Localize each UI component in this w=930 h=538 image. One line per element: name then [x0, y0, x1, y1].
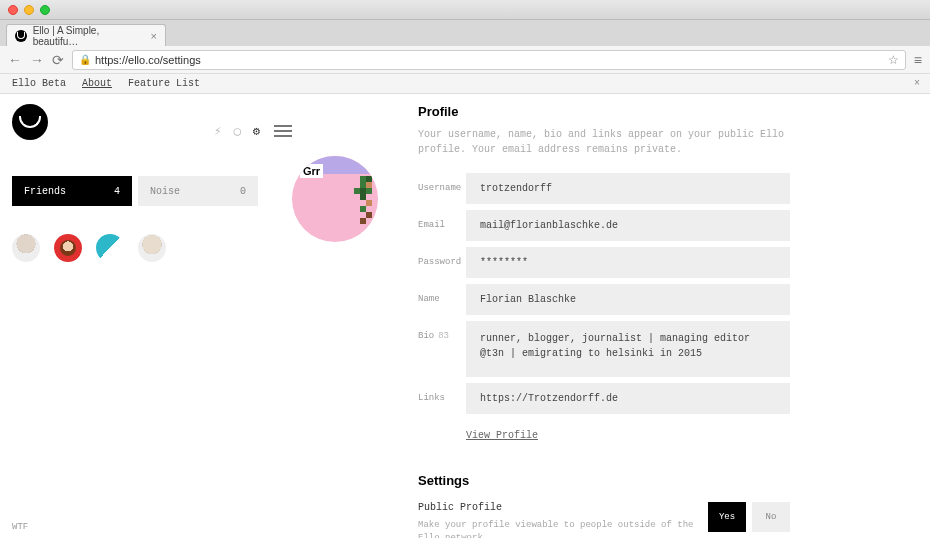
- submenu-ello-beta[interactable]: Ello Beta: [12, 78, 66, 89]
- toggle-public-profile: Yes No: [708, 502, 790, 532]
- label-name: Name: [418, 284, 466, 315]
- input-bio[interactable]: runner, blogger, journalist | managing e…: [466, 321, 790, 377]
- input-username[interactable]: trotzendorff: [466, 173, 790, 204]
- zoom-window-icon[interactable]: [40, 5, 50, 15]
- input-email[interactable]: mail@florianblaschke.de: [466, 210, 790, 241]
- field-bio: Bio83 runner, blogger, journalist | mana…: [418, 321, 790, 377]
- field-password: Password ********: [418, 247, 790, 278]
- avatar[interactable]: [54, 234, 82, 262]
- label-password: Password: [418, 247, 466, 278]
- setting-name: Public Profile: [418, 502, 708, 513]
- input-links[interactable]: https://Trotzendorff.de: [466, 383, 790, 414]
- label-email: Email: [418, 210, 466, 241]
- profile-heading: Profile: [418, 104, 790, 119]
- close-bar-icon[interactable]: ×: [914, 78, 920, 89]
- bookmarks-bar: Ello Beta About Feature List ×: [0, 74, 930, 94]
- address-bar[interactable]: 🔒 https://ello.co/settings ☆: [72, 50, 906, 70]
- label-username: Username: [418, 173, 466, 204]
- browser-toolbar: ← → ⟳ 🔒 https://ello.co/settings ☆ ≡: [0, 46, 930, 74]
- url-text: https://ello.co/settings: [95, 54, 201, 66]
- label-bio: Bio83: [418, 321, 466, 377]
- avatar[interactable]: [96, 234, 124, 262]
- tab-noise[interactable]: Noise 0: [138, 176, 258, 206]
- input-name[interactable]: Florian Blaschke: [466, 284, 790, 315]
- tab-noise-count: 0: [240, 186, 246, 197]
- setting-desc: Make your profile viewable to people out…: [418, 519, 698, 538]
- page-content: Grr ⚡ ◯ ⚙: [0, 94, 930, 538]
- ello-logo-icon[interactable]: [12, 104, 48, 140]
- browser-tab[interactable]: Ello | A Simple, beautifu… ×: [6, 24, 166, 46]
- tab-friends-count: 4: [114, 186, 120, 197]
- reload-icon[interactable]: ⟳: [52, 53, 64, 67]
- mac-titlebar: [0, 0, 930, 20]
- tab-title: Ello | A Simple, beautifu…: [33, 25, 145, 47]
- hamburger-icon[interactable]: [274, 125, 292, 137]
- ello-favicon-icon: [15, 30, 27, 42]
- feed-tabs: Friends 4 Noise 0: [12, 176, 292, 206]
- field-links: Links https://Trotzendorff.de: [418, 383, 790, 414]
- minimize-window-icon[interactable]: [24, 5, 34, 15]
- avatar[interactable]: [12, 234, 40, 262]
- bolt-icon[interactable]: ⚡: [214, 124, 221, 139]
- toggle-no-button[interactable]: No: [752, 502, 790, 532]
- setting-public-profile: Public Profile Make your profile viewabl…: [418, 502, 790, 538]
- bookmark-star-icon[interactable]: ☆: [888, 53, 899, 67]
- tab-noise-label: Noise: [150, 186, 180, 197]
- main-panel: Profile Your username, name, bio and lin…: [292, 104, 930, 538]
- view-profile-link[interactable]: View Profile: [466, 430, 538, 441]
- settings-heading: Settings: [418, 473, 790, 488]
- profile-avatar[interactable]: Grr: [292, 156, 378, 242]
- wtf-link[interactable]: WTF: [12, 522, 28, 532]
- friend-avatars: [12, 234, 292, 262]
- submenu-feature-list[interactable]: Feature List: [128, 78, 200, 89]
- back-icon[interactable]: ←: [8, 53, 22, 67]
- input-password[interactable]: ********: [466, 247, 790, 278]
- sidebar: ⚡ ◯ ⚙ Friends 4 Noise 0: [12, 104, 292, 538]
- profile-subtitle: Your username, name, bio and links appea…: [418, 127, 790, 157]
- chrome-menu-icon[interactable]: ≡: [914, 52, 922, 68]
- avatar[interactable]: [138, 234, 166, 262]
- toggle-yes-button[interactable]: Yes: [708, 502, 746, 532]
- tab-friends[interactable]: Friends 4: [12, 176, 132, 206]
- forward-icon[interactable]: →: [30, 53, 44, 67]
- lock-icon: 🔒: [79, 54, 91, 65]
- close-tab-icon[interactable]: ×: [151, 30, 157, 42]
- circle-icon[interactable]: ◯: [234, 124, 241, 139]
- field-name: Name Florian Blaschke: [418, 284, 790, 315]
- close-window-icon[interactable]: [8, 5, 18, 15]
- submenu-about[interactable]: About: [82, 78, 112, 89]
- gear-icon[interactable]: ⚙: [253, 124, 260, 139]
- label-links: Links: [418, 383, 466, 414]
- field-email: Email mail@florianblaschke.de: [418, 210, 790, 241]
- browser-tabstrip: Ello | A Simple, beautifu… ×: [0, 20, 930, 46]
- field-username: Username trotzendorff: [418, 173, 790, 204]
- tab-friends-label: Friends: [24, 186, 66, 197]
